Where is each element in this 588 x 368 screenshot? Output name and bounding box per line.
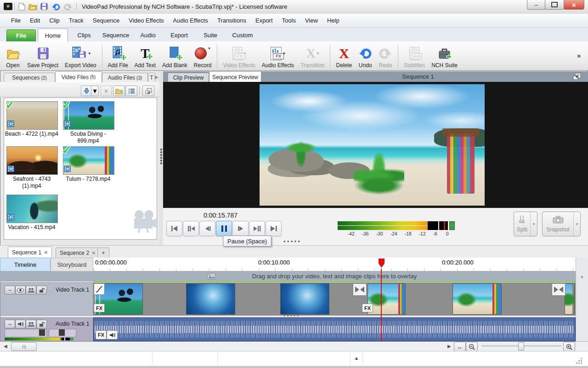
timeline-clip-tulum-3[interactable]: [565, 283, 575, 315]
zoom-out-button[interactable]: [466, 342, 478, 351]
save-project-button[interactable]: Save Project: [24, 41, 62, 69]
detach-preview-icon[interactable]: [573, 73, 581, 82]
transition-button[interactable]: X▾ Transition: [297, 41, 328, 69]
scroll-right-icon[interactable]: ▶: [447, 344, 451, 349]
toolbar-overflow-icon[interactable]: »: [577, 52, 581, 59]
step-back-button[interactable]: [199, 221, 215, 236]
file-name[interactable]: Scuba Diving - 699.mp4: [60, 131, 116, 144]
snapshot-dropdown-icon[interactable]: ▾: [573, 212, 580, 236]
track-motion-button[interactable]: [26, 320, 36, 328]
list-view-button[interactable]: [125, 86, 137, 96]
audio-effects-button[interactable]: FX▾ Audio Effects: [259, 41, 298, 69]
tab-clip-preview[interactable]: Clip Preview: [168, 73, 209, 82]
menu-track[interactable]: Track: [64, 17, 88, 24]
add-to-sequence-button[interactable]: [81, 86, 92, 96]
tab-suite[interactable]: Suite: [197, 29, 224, 41]
clip-fx-badge[interactable]: FX: [362, 304, 373, 312]
track-visibility-button[interactable]: [15, 286, 26, 294]
track-mute-button[interactable]: [15, 320, 26, 328]
minimize-button[interactable]: –: [527, 0, 545, 10]
collapse-track-button[interactable]: −: [5, 286, 15, 294]
tab-scroll-right-icon[interactable]: ▶: [155, 75, 158, 80]
storyboard-view-button[interactable]: Storyboard: [51, 258, 93, 271]
close-tab-icon[interactable]: ×: [92, 249, 96, 256]
menu-view[interactable]: View: [300, 17, 322, 24]
timeline-clip-underwater-1[interactable]: [186, 283, 235, 315]
collapse-track-button[interactable]: −: [5, 320, 15, 328]
tab-sequence-1[interactable]: Sequence 1×: [8, 247, 52, 258]
tab-video-files[interactable]: Video Files(5): [55, 71, 102, 82]
close-button[interactable]: ×: [564, 0, 584, 10]
transition-dropdown-icon[interactable]: ▾: [317, 51, 319, 56]
add-text-button[interactable]: T Add Text: [131, 41, 159, 69]
menu-video-effects[interactable]: Video Effects: [124, 17, 168, 24]
export-video-dropdown-icon[interactable]: ▾: [89, 51, 91, 56]
tab-audio[interactable]: Audio: [134, 29, 162, 41]
add-blank-button[interactable]: Add Blank: [159, 41, 191, 69]
track-splitter-grip[interactable]: ●●●●●: [283, 314, 300, 317]
timeline-ruler[interactable]: [93, 258, 576, 271]
track-lock-button[interactable]: [36, 320, 47, 328]
hscroll-thumb[interactable]: [11, 342, 37, 351]
menu-help[interactable]: Help: [322, 17, 344, 24]
menu-audio-effects[interactable]: Audio Effects: [169, 17, 213, 24]
record-button[interactable]: ▾ Record: [191, 41, 215, 69]
zoom-slider-handle[interactable]: [518, 342, 524, 351]
close-tab-icon[interactable]: ×: [44, 249, 48, 256]
go-to-end-button[interactable]: [266, 221, 282, 236]
splitter-grip[interactable]: ●●●●●: [283, 239, 301, 243]
fit-to-window-button[interactable]: ↔: [454, 342, 466, 351]
undo-small-icon[interactable]: [51, 3, 61, 12]
undo-button[interactable]: Undo: [355, 41, 375, 69]
export-video-button[interactable]: ▾ Export Video: [62, 41, 100, 69]
menu-tools[interactable]: Tools: [277, 17, 300, 24]
remove-file-button[interactable]: ×: [101, 86, 112, 96]
clip-volume-badge[interactable]: [107, 330, 118, 339]
tab-audio-files[interactable]: Audio Files(3): [102, 73, 148, 82]
redo-button[interactable]: Redo: [375, 41, 396, 69]
record-dropdown-icon[interactable]: ▾: [208, 46, 210, 51]
redo-small-icon[interactable]: [63, 3, 73, 12]
pan-slider[interactable]: [49, 329, 76, 337]
menu-export[interactable]: Export: [251, 17, 277, 24]
overlay-track-hint[interactable]: Drag and drop your video, text and image…: [0, 271, 576, 282]
menu-file[interactable]: File: [6, 17, 25, 24]
zoom-in-button[interactable]: [563, 342, 575, 351]
nch-suite-button[interactable]: NCH Suite: [428, 41, 461, 69]
go-to-start-button[interactable]: [166, 221, 182, 236]
file-thumbnail-seafront[interactable]: [6, 146, 58, 175]
tab-sequences[interactable]: Sequences(2): [4, 73, 55, 82]
tab-transitions-partial[interactable]: T: [148, 73, 155, 82]
timeline-clip-tulum-1[interactable]: [368, 283, 406, 315]
tab-sequence-2[interactable]: Sequence 2×: [56, 247, 100, 258]
new-project-icon[interactable]: [18, 3, 25, 12]
volume-slider-handle[interactable]: [39, 329, 45, 336]
track-motion-button[interactable]: [26, 286, 36, 294]
timeline-view-button[interactable]: Timeline: [0, 258, 51, 271]
pan-slider-handle[interactable]: [59, 329, 65, 336]
file-thumbnail-beach[interactable]: ✓: [6, 101, 58, 130]
next-clip-button[interactable]: [249, 221, 265, 236]
file-thumbnail-scuba[interactable]: ✓: [63, 101, 114, 130]
file-thumbnail-tulum[interactable]: ✓: [63, 146, 114, 175]
scroll-left-icon[interactable]: ◀: [4, 344, 7, 349]
clip-fx-badge[interactable]: FX: [96, 330, 107, 339]
split-dropdown-icon[interactable]: ▾: [530, 212, 537, 236]
add-file-button[interactable]: Add File: [105, 41, 131, 69]
track-lock-button[interactable]: [36, 286, 47, 294]
resize-grip[interactable]: [576, 358, 582, 366]
tab-file[interactable]: File: [6, 29, 36, 42]
volume-slider[interactable]: [5, 329, 47, 337]
menu-sequence[interactable]: Sequence: [88, 17, 124, 24]
subtitles-button[interactable]: SUB Subtitles: [401, 41, 428, 69]
file-name[interactable]: Seafront - 4743 (1).mp4: [4, 176, 60, 190]
transition-icon[interactable]: [353, 283, 367, 296]
open-project-icon[interactable]: [28, 3, 37, 12]
tab-sequence[interactable]: Sequence: [100, 29, 131, 41]
timeline-clip-tulum-2[interactable]: [452, 283, 502, 315]
tab-clips[interactable]: Clips: [71, 29, 97, 41]
audio-track-body[interactable]: FX: [93, 317, 576, 341]
transition-icon[interactable]: [552, 283, 565, 296]
menu-edit[interactable]: Edit: [25, 17, 45, 24]
file-name[interactable]: Tulum - 7278.mp4: [60, 176, 116, 183]
